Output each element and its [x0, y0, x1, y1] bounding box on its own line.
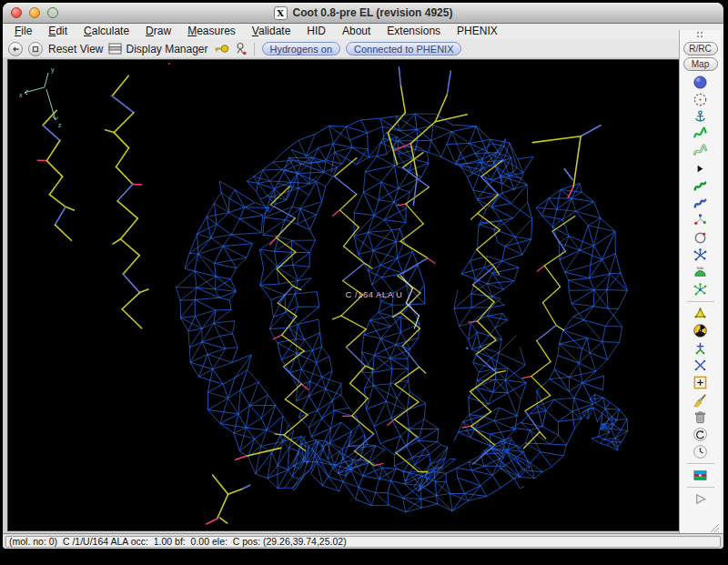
menu-edit[interactable]: Edit — [40, 24, 76, 39]
blue-chain-icon[interactable] — [690, 195, 712, 212]
delete-icon[interactable] — [690, 409, 712, 426]
atom-label: C /164 ALA U — [345, 289, 402, 299]
green-squiggle-icon[interactable] — [690, 126, 712, 143]
menu-bar: FileEditCalculateDrawMeasuresValidateHID… — [3, 24, 723, 39]
3d-canvas[interactable]: xyzC /164 ALA U — [8, 60, 680, 530]
menu-calculate[interactable]: Calculate — [76, 24, 137, 39]
rgb-molecule-icon[interactable] — [690, 212, 712, 229]
main-toolbar: Reset View Display Manager Hydro — [3, 39, 723, 58]
brush-icon[interactable] — [690, 391, 712, 409]
go-back-button[interactable] — [8, 42, 23, 56]
toolbar-separator — [254, 43, 255, 55]
green-squiggle-outline-icon[interactable] — [690, 143, 712, 160]
ring-icon[interactable] — [690, 229, 712, 247]
stop-square-icon — [30, 44, 41, 55]
menu-measures[interactable]: Measures — [179, 24, 244, 39]
menu-file[interactable]: File — [6, 24, 40, 39]
menu-hid[interactable]: HID — [298, 24, 334, 39]
back-arrow-icon — [10, 44, 21, 55]
status-text: (mol. no: 0) C /1/U/164 ALA occ: 1.00 bf… — [5, 536, 721, 548]
minimize-button[interactable] — [29, 7, 40, 18]
key-icon[interactable] — [214, 43, 229, 55]
menu-phenix[interactable]: PHENIX — [449, 24, 506, 39]
svg-text:Side: Side — [697, 266, 705, 270]
map-button[interactable]: Map — [683, 57, 718, 71]
hydrogens-toggle-button[interactable]: Hydrogens on — [262, 42, 341, 55]
toolbar-separator — [687, 301, 714, 302]
toolbar-separator — [687, 463, 714, 464]
window-title-text: Coot 0.8-pre EL (revision 4925) — [293, 6, 453, 19]
anchor-icon[interactable] — [690, 108, 712, 126]
undo-icon[interactable] — [690, 426, 712, 443]
svg-text:x: x — [19, 92, 23, 98]
layers-icon — [108, 43, 122, 55]
green-chain-icon[interactable] — [690, 177, 712, 195]
recenter-sphere-icon[interactable] — [690, 74, 712, 91]
stray-blue-dot — [466, 348, 468, 349]
reset-view-button[interactable]: Reset View — [48, 43, 103, 55]
yellow-molecule-icon[interactable] — [690, 305, 712, 322]
reticle-icon[interactable] — [690, 91, 712, 108]
history-icon[interactable] — [690, 443, 712, 460]
status-bar: (mol. no: 0) C /1/U/164 ALA occ: 1.00 bf… — [3, 533, 723, 549]
radiation-icon[interactable] — [690, 322, 712, 339]
phenix-connection-button[interactable]: Connected to PHENIX — [346, 42, 461, 55]
add-atom-icon[interactable] — [690, 339, 712, 357]
window-title: X Coot 0.8-pre EL (revision 4925) — [274, 6, 453, 20]
menu-draw[interactable]: Draw — [137, 24, 179, 39]
stop-button[interactable] — [28, 42, 43, 56]
run-icon[interactable] — [690, 490, 712, 508]
graphics-area: xyzC /164 ALA U — [3, 57, 682, 533]
menu-validate[interactable]: Validate — [244, 24, 299, 39]
coot-window: X Coot 0.8-pre EL (revision 4925) FileEd… — [3, 3, 723, 549]
right-toolbar: R/RC Map Side — [679, 30, 721, 533]
expand-arrow-icon[interactable] — [690, 160, 712, 177]
green-star-molecule-icon[interactable] — [690, 281, 712, 298]
x11-icon: X — [274, 6, 288, 20]
menu-extensions[interactable]: Extensions — [379, 24, 449, 39]
menu-about[interactable]: About — [334, 24, 379, 39]
svg-text:y: y — [51, 66, 55, 74]
display-manager-label: Display Manager — [126, 43, 207, 55]
add-box-icon[interactable] — [690, 374, 712, 391]
svg-text:z: z — [58, 122, 62, 128]
blue-star-molecule-icon[interactable] — [690, 247, 712, 264]
zoom-button[interactable] — [47, 7, 58, 18]
close-button[interactable] — [11, 7, 22, 18]
ligand-icon[interactable] — [235, 42, 247, 55]
right-icon-column: Side — [687, 74, 714, 508]
title-bar: X Coot 0.8-pre EL (revision 4925) — [3, 3, 723, 24]
resize-grip[interactable] — [708, 520, 720, 532]
display-manager-button[interactable]: Display Manager — [108, 43, 207, 55]
flag-icon[interactable] — [690, 467, 712, 484]
x-molecule-icon[interactable] — [690, 357, 712, 374]
stray-red-dot — [168, 63, 170, 65]
rrc-button[interactable]: R/RC — [683, 42, 718, 55]
window-controls — [11, 7, 58, 18]
toolbar-grip[interactable] — [696, 31, 704, 39]
side-chain-icon[interactable]: Side — [690, 264, 712, 281]
toolbar-separator — [687, 487, 714, 488]
axes-indicator: xyz — [19, 66, 62, 128]
